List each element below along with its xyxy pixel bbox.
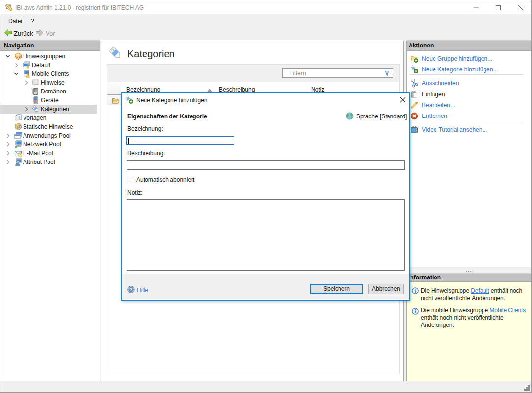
svg-text:?: ? xyxy=(130,287,132,292)
